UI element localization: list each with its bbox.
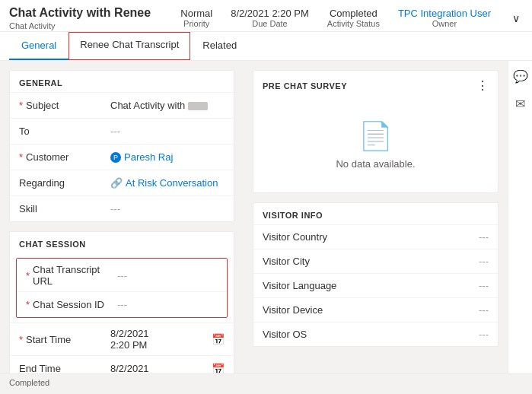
priority-label: Priority: [183, 19, 209, 28]
chat-session-id-field: * Chat Session ID ---: [17, 291, 227, 317]
subject-value: Chat Activity with ·····: [110, 100, 225, 111]
left-panel: GENERAL * Subject Chat Activity with ···…: [0, 61, 244, 373]
start-time-value: 8/2/20212:20 PM 📅: [110, 328, 225, 351]
regarding-value[interactable]: 🔗 At Risk Conversation: [110, 177, 225, 189]
end-time-value: 8/2/2021 📅: [110, 363, 225, 374]
customer-label: * Customer: [19, 151, 110, 163]
visitor-city-row: Visitor City ---: [253, 249, 498, 273]
priority-value: Normal: [180, 8, 212, 19]
customer-field: * Customer P Paresh Raj: [10, 144, 234, 170]
to-value: ---: [110, 126, 225, 137]
visitor-device-value: ---: [479, 304, 489, 316]
visitor-city-value: ---: [479, 256, 489, 267]
side-chat-icon[interactable]: 💬: [511, 67, 530, 85]
visitor-language-label: Visitor Language: [263, 280, 336, 291]
priority-meta: Normal Priority: [180, 8, 212, 28]
visitor-language-row: Visitor Language ---: [253, 273, 498, 297]
person-icon: P: [110, 152, 121, 163]
tab-renee-chat-transcript[interactable]: Renee Chat Transcript: [68, 32, 190, 60]
chat-session-highlight-box: * Chat Transcript URL --- * Chat Session…: [16, 258, 228, 318]
regarding-label: Regarding: [19, 177, 110, 189]
no-data-text: No data available.: [336, 158, 415, 170]
visitor-os-row: Visitor OS ---: [253, 322, 498, 346]
pre-chat-more-button[interactable]: ⋮: [476, 78, 489, 93]
customer-required-marker: *: [19, 151, 23, 163]
visitor-info-title: VISITOR INFO: [253, 203, 498, 224]
status-value: Completed: [330, 8, 377, 19]
end-time-label: End Time: [19, 363, 110, 373]
page-title: Chat Activity with Renee: [9, 6, 151, 20]
pre-chat-header-row: PRE CHAT SURVEY ⋮: [253, 71, 498, 97]
chat-session-title: CHAT SESSION: [10, 232, 234, 253]
chat-transcript-url-field: * Chat Transcript URL ---: [17, 259, 227, 291]
chat-session-id-value: ---: [117, 299, 218, 310]
skill-value: ---: [110, 203, 225, 214]
content-wrapper: GENERAL * Subject Chat Activity with ···…: [0, 61, 532, 373]
due-date-value: 8/2/2021 2:20 PM: [231, 8, 309, 19]
page-subtitle: Chat Activity: [9, 21, 56, 30]
chat-session-section: CHAT SESSION * Chat Transcript URL --- *…: [9, 231, 234, 373]
tab-bar: General Renee Chat Transcript Related: [0, 32, 532, 61]
right-panel: PRE CHAT SURVEY ⋮ 📄 No data available. V…: [244, 61, 508, 373]
tab-related[interactable]: Related: [190, 32, 249, 60]
link-icon: 🔗: [110, 177, 123, 189]
pre-chat-survey-section: PRE CHAT SURVEY ⋮ 📄 No data available.: [253, 70, 499, 193]
subject-field: * Subject Chat Activity with ·····: [10, 92, 234, 118]
transcript-required: *: [26, 270, 30, 281]
general-section-title: GENERAL: [10, 71, 234, 92]
visitor-country-row: Visitor Country ---: [253, 224, 498, 249]
header-meta: Normal Priority 8/2/2021 2:20 PM Due Dat…: [180, 6, 523, 28]
status-label: Activity Status: [327, 19, 380, 28]
status-meta: Completed Activity Status: [327, 8, 380, 28]
side-message-icon[interactable]: ✉: [511, 94, 530, 113]
regarding-field: Regarding 🔗 At Risk Conversation: [10, 170, 234, 195]
skill-field: Skill ---: [10, 195, 234, 221]
visitor-device-row: Visitor Device ---: [253, 297, 498, 322]
status-bar: Completed: [0, 373, 532, 390]
visitor-os-label: Visitor OS: [263, 329, 307, 340]
start-time-calendar-icon[interactable]: 📅: [212, 333, 225, 345]
due-date-label: Due Date: [252, 19, 287, 28]
tab-general[interactable]: General: [9, 32, 68, 60]
subject-required-marker: *: [19, 100, 23, 111]
end-time-calendar-icon[interactable]: 📅: [212, 363, 225, 374]
general-section: GENERAL * Subject Chat Activity with ···…: [9, 70, 234, 222]
due-date-meta: 8/2/2021 2:20 PM Due Date: [231, 8, 309, 28]
visitor-info-section: VISITOR INFO Visitor Country --- Visitor…: [253, 202, 499, 347]
owner-value: TPC Integration User: [398, 8, 491, 19]
status-text: Completed: [9, 378, 49, 387]
to-field: To ---: [10, 118, 234, 144]
end-time-field: End Time 8/2/2021 📅: [10, 355, 234, 373]
visitor-language-value: ---: [479, 280, 489, 291]
pre-chat-title: PRE CHAT SURVEY: [263, 81, 347, 91]
skill-label: Skill: [19, 203, 110, 214]
visitor-country-value: ---: [479, 231, 489, 243]
pre-chat-no-data: 📄 No data available.: [253, 97, 498, 192]
start-required: *: [19, 334, 23, 345]
owner-label: Owner: [432, 19, 457, 28]
subject-label: * Subject: [19, 100, 110, 111]
header-chevron-button[interactable]: ∨: [509, 9, 523, 27]
to-label: To: [19, 126, 110, 137]
session-id-required: *: [26, 299, 30, 310]
start-time-label: * Start Time: [19, 334, 110, 345]
chat-transcript-url-value: ---: [117, 270, 218, 281]
customer-value[interactable]: P Paresh Raj: [110, 151, 225, 163]
chat-transcript-url-label: * Chat Transcript URL: [26, 264, 117, 287]
chat-session-id-label: * Chat Session ID: [26, 299, 117, 310]
visitor-os-value: ---: [479, 329, 489, 340]
visitor-device-label: Visitor Device: [263, 304, 323, 316]
owner-meta: TPC Integration User Owner: [398, 8, 491, 28]
no-data-icon: 📄: [358, 120, 393, 152]
start-time-field: * Start Time 8/2/20212:20 PM 📅: [10, 323, 234, 355]
visitor-country-label: Visitor Country: [263, 231, 327, 243]
visitor-city-label: Visitor City: [263, 256, 310, 267]
side-icon-panel: 💬 ✉: [508, 61, 532, 373]
header-title-area: Chat Activity with Renee Chat Activity: [9, 6, 151, 31]
page-header: Chat Activity with Renee Chat Activity N…: [0, 0, 532, 32]
